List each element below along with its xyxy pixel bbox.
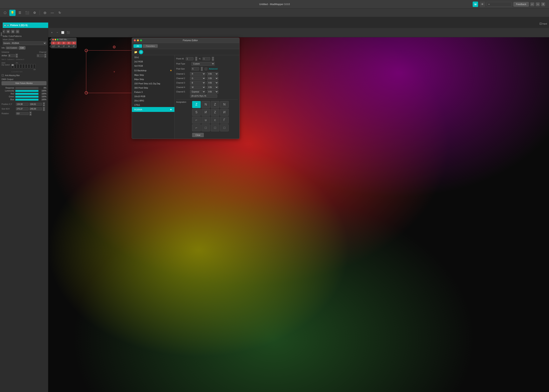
redo-icon[interactable]: ↪ [536, 2, 540, 6]
assign-cell-15[interactable]: □ [220, 124, 229, 131]
search-dropdown[interactable]: ▼ [487, 2, 512, 7]
rotation-down[interactable]: ▼ [29, 114, 32, 116]
ch4-bits[interactable]: 8 Bi [207, 85, 218, 89]
input-checkbox[interactable]: ✓ [540, 23, 542, 25]
position-down[interactable]: ▼ [43, 104, 45, 106]
dip-4[interactable] [20, 64, 22, 68]
fe-item-20x1brg[interactable]: 20x1 BRG [132, 98, 175, 103]
rotation-input[interactable] [16, 112, 28, 115]
duplicate-icon[interactable]: ⊞ [11, 29, 15, 33]
channel-up[interactable]: ▲ [44, 54, 46, 56]
feedback-button[interactable]: Feedback [514, 2, 529, 7]
pixels-w-input[interactable] [186, 57, 193, 60]
dip-1[interactable] [11, 64, 14, 68]
fe-folder-icon[interactable]: 📁 [134, 50, 138, 54]
size-down[interactable]: ▼ [43, 109, 45, 111]
fe-item-10x10rgb[interactable]: 10x10 RGB [132, 94, 175, 98]
menu-icon[interactable]: ☰ [17, 10, 23, 16]
ch1-select[interactable]: R [190, 72, 205, 76]
ch3-select[interactable]: B [190, 81, 205, 85]
assign-cell-2[interactable]: Z [211, 101, 219, 108]
assign-cell-6[interactable]: Z [211, 109, 219, 116]
dmx-dot-red[interactable] [52, 39, 54, 40]
pixels-h-down[interactable]: ▼ [212, 59, 214, 61]
minus-icon[interactable]: — [49, 10, 55, 16]
fe-item-2x2rgb[interactable]: 2x2 RGB [132, 59, 175, 64]
ch1-bits[interactable]: 8 Bi [207, 72, 218, 76]
position-y-input[interactable] [29, 103, 42, 106]
advanced-label[interactable]: Advanced [209, 68, 217, 70]
assign-cell-10[interactable]: c [211, 117, 219, 124]
ch2-bits[interactable]: 8 Bi [207, 77, 218, 80]
advanced-checkbox[interactable] [204, 68, 207, 70]
hide-monitor-button[interactable]: Hide Fixture Monitor [1, 81, 46, 85]
assign-cell-8[interactable]: ⌐ [192, 117, 201, 124]
clear-button[interactable]: Clear [192, 133, 204, 137]
pixel-type-select[interactable]: Custom [191, 62, 215, 66]
fe-item-170x1[interactable]: 170x1 [132, 103, 175, 107]
artnet-down[interactable]: ▼ [15, 56, 18, 58]
assign-cell-1[interactable]: N [201, 101, 210, 108]
export-icon[interactable]: ⬆ [541, 2, 545, 6]
pixels-w-down[interactable]: ▼ [195, 59, 197, 61]
dip-3[interactable] [17, 64, 19, 68]
pixel-size-input[interactable] [191, 67, 199, 70]
undo-icon[interactable]: ↩ [530, 2, 534, 6]
fe-tab-all[interactable]: All [134, 44, 142, 48]
ch5-select[interactable]: Expressi [190, 90, 205, 94]
artnet-input[interactable] [8, 54, 15, 57]
assign-cell-4[interactable]: S [192, 109, 201, 116]
green-slider-track[interactable] [15, 96, 38, 98]
luminosity-slider-track[interactable] [15, 90, 38, 92]
fe-item-fixture3[interactable]: Fixture 3 [132, 90, 175, 94]
assign-cell-13[interactable]: □ [201, 124, 210, 131]
edit-button[interactable]: Edit [19, 46, 25, 49]
dip-5[interactable] [22, 64, 25, 68]
fe-item-rgbwa[interactable]: RGBWA★ [132, 107, 175, 112]
settings-icon[interactable]: ⚙ [31, 10, 38, 16]
fe-item-4x4rgb[interactable]: 4x4 RGB [132, 64, 175, 68]
canvas-fill-icon[interactable]: ⬛ [66, 30, 70, 35]
shape-icon[interactable]: ⬡ [2, 10, 8, 16]
canvas-add-icon[interactable]: + [50, 30, 54, 35]
dmx-dot-yellow[interactable] [55, 39, 56, 40]
fe-item-300px[interactable]: 300 Pixel Strip [132, 86, 175, 90]
canvas-square-icon[interactable]: ⬜ [61, 30, 65, 35]
position-up[interactable]: ▲ [43, 102, 45, 104]
assign-cell-0[interactable]: Z [192, 101, 201, 108]
expression-input[interactable] [190, 94, 217, 98]
fe-item-32x1[interactable]: 32x1 [132, 55, 175, 59]
blue-slider-track[interactable] [15, 99, 38, 101]
ch5-bits[interactable]: 8 Bi [207, 90, 218, 94]
ch3-bits[interactable]: 8 Bi [207, 81, 218, 85]
pixel-size-up[interactable]: ▲ [201, 67, 203, 69]
response-slider-track[interactable] [15, 87, 38, 89]
dmx-icon[interactable]: ⬛ [24, 10, 30, 16]
light-icon[interactable]: 💡 [9, 10, 15, 16]
channel-input[interactable] [37, 54, 44, 57]
dip-6[interactable] [25, 64, 27, 68]
ch4-select[interactable]: W [190, 85, 205, 89]
channel-down[interactable]: ▼ [44, 56, 46, 58]
pixels-h-up[interactable]: ▲ [212, 57, 214, 59]
fe-dot-yellow[interactable] [137, 39, 139, 41]
pixel-size-down[interactable]: ▼ [201, 69, 203, 71]
dip-7[interactable] [28, 64, 30, 68]
size-w-input[interactable] [16, 107, 28, 110]
assign-cell-14[interactable]: □ [211, 124, 219, 131]
pixels-h-input[interactable] [202, 57, 210, 60]
rotation-up[interactable]: ▲ [29, 112, 32, 113]
fe-dot-green[interactable] [140, 39, 142, 41]
dip-8[interactable] [30, 64, 33, 68]
fe-item-djbackdrop[interactable]: DJ Backdrop★ [132, 68, 175, 73]
grid-icon[interactable]: ⊟ [15, 29, 19, 33]
fixture-icon-2[interactable]: ● [7, 24, 9, 26]
size-h-input[interactable] [29, 107, 42, 110]
red-slider-track[interactable] [15, 93, 38, 95]
dip-2[interactable] [14, 64, 16, 68]
assign-cell-11[interactable]: Γ [220, 117, 229, 124]
fe-item-84px[interactable]: 84px Strip [132, 77, 175, 81]
fe-dot-red[interactable] [134, 39, 136, 41]
assign-cell-12[interactable]: ⌐ [192, 124, 201, 131]
fixture-icon-1[interactable]: ■ [4, 24, 6, 26]
